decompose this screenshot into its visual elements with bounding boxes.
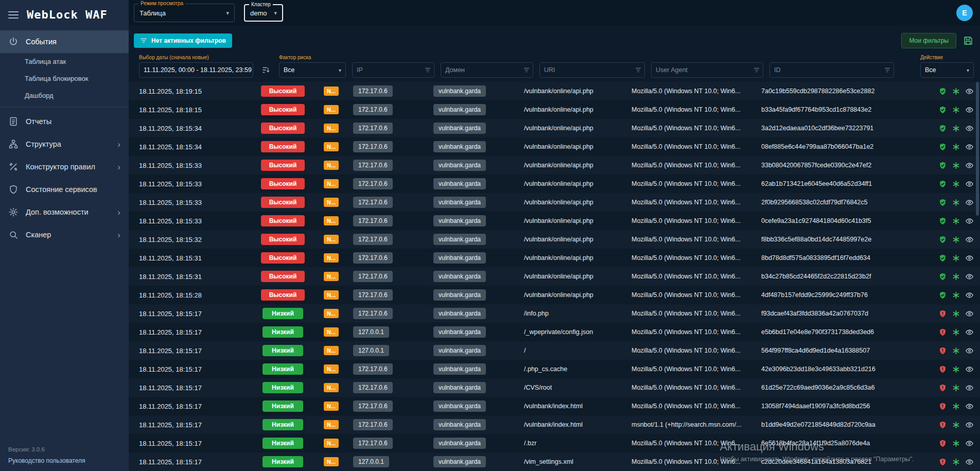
my-filters-button[interactable]: Мои фильтры <box>901 33 956 48</box>
view-details-eye-icon[interactable] <box>965 87 974 96</box>
shield-pass-icon[interactable] <box>938 87 947 96</box>
table-row[interactable]: 18.11.2025, 18:15:17 Низкий N... 172.17.… <box>129 397 980 415</box>
view-details-eye-icon[interactable] <box>965 383 974 392</box>
sort-order-button[interactable] <box>259 62 273 78</box>
add-rule-asterisk-icon[interactable] <box>952 421 960 429</box>
sidebar-item-events[interactable]: События <box>0 30 129 53</box>
shield-alert-icon[interactable] <box>938 309 947 318</box>
add-rule-asterisk-icon[interactable] <box>952 254 960 263</box>
sidebar-item-reports[interactable]: Отчеты <box>0 110 129 133</box>
shield-alert-icon[interactable] <box>938 402 947 411</box>
add-rule-asterisk-icon[interactable] <box>952 143 960 151</box>
user-avatar[interactable]: E <box>956 5 973 21</box>
add-rule-asterisk-icon[interactable] <box>952 87 960 96</box>
table-row[interactable]: 18.11.2025, 18:15:31 Высокий N... 172.17… <box>129 249 980 267</box>
add-rule-asterisk-icon[interactable] <box>952 309 960 318</box>
view-details-eye-icon[interactable] <box>965 217 974 225</box>
add-rule-asterisk-icon[interactable] <box>952 106 960 114</box>
shield-alert-icon[interactable] <box>938 346 947 355</box>
view-details-eye-icon[interactable] <box>965 458 974 466</box>
view-details-eye-icon[interactable] <box>965 291 974 300</box>
no-active-filters-button[interactable]: Нет активных фильтров <box>134 33 232 48</box>
scrollbar-thumb[interactable] <box>976 82 979 216</box>
table-row[interactable]: 18.11.2025, 18:15:33 Высокий N... 172.17… <box>129 175 980 193</box>
view-details-eye-icon[interactable] <box>965 143 974 151</box>
add-rule-asterisk-icon[interactable] <box>952 291 960 300</box>
shield-alert-icon[interactable] <box>938 439 947 448</box>
shield-pass-icon[interactable] <box>938 161 947 170</box>
shield-pass-icon[interactable] <box>938 235 947 244</box>
cluster-select[interactable]: Кластер demo ▾ <box>244 4 283 22</box>
domain-filter-input[interactable] <box>441 62 533 78</box>
user-agent-filter-input[interactable] <box>651 62 763 78</box>
table-row[interactable]: 18.11.2025, 18:19:15 Высокий N... 172.17… <box>129 82 980 100</box>
shield-pass-icon[interactable] <box>938 106 947 114</box>
table-row[interactable]: 18.11.2025, 18:15:33 Высокий N... 172.17… <box>129 156 980 175</box>
view-details-eye-icon[interactable] <box>965 272 974 281</box>
sidebar-item-structure[interactable]: Структура › <box>0 133 129 155</box>
view-details-eye-icon[interactable] <box>965 124 974 133</box>
table-row[interactable]: 18.11.2025, 18:15:28 Высокий N... 172.17… <box>129 286 980 304</box>
id-filter-input[interactable] <box>769 62 894 78</box>
view-details-eye-icon[interactable] <box>965 161 974 170</box>
shield-alert-icon[interactable] <box>938 328 947 337</box>
action-filter-select[interactable]: Все ▾ <box>920 62 974 78</box>
table-row[interactable]: 18.11.2025, 18:15:17 Низкий N... 127.0.0… <box>129 452 980 471</box>
add-rule-asterisk-icon[interactable] <box>952 383 960 392</box>
shield-pass-icon[interactable] <box>938 124 947 133</box>
view-details-eye-icon[interactable] <box>965 346 974 355</box>
add-rule-asterisk-icon[interactable] <box>952 180 960 188</box>
table-row[interactable]: 18.11.2025, 18:15:33 Высокий N... 172.17… <box>129 193 980 212</box>
view-details-eye-icon[interactable] <box>965 254 974 263</box>
table-row[interactable]: 18.11.2025, 18:15:17 Низкий N... 172.17.… <box>129 434 980 452</box>
view-details-eye-icon[interactable] <box>965 106 974 114</box>
table-row[interactable]: 18.11.2025, 18:15:17 Низкий N... 172.17.… <box>129 360 980 378</box>
shield-alert-icon[interactable] <box>938 421 947 429</box>
add-rule-asterisk-icon[interactable] <box>952 346 960 355</box>
view-details-eye-icon[interactable] <box>965 198 974 207</box>
table-row[interactable]: 18.11.2025, 18:15:33 Высокий N... 172.17… <box>129 212 980 230</box>
table-row[interactable]: 18.11.2025, 18:15:17 Низкий N... 127.0.0… <box>129 323 980 341</box>
add-rule-asterisk-icon[interactable] <box>952 124 960 133</box>
add-rule-asterisk-icon[interactable] <box>952 439 960 448</box>
shield-pass-icon[interactable] <box>938 217 947 225</box>
add-rule-asterisk-icon[interactable] <box>952 365 960 374</box>
add-rule-asterisk-icon[interactable] <box>952 198 960 207</box>
view-details-eye-icon[interactable] <box>965 402 974 411</box>
view-details-eye-icon[interactable] <box>965 180 974 188</box>
uri-filter-input[interactable] <box>539 62 645 78</box>
table-row[interactable]: 18.11.2025, 18:15:32 Высокий N... 172.17… <box>129 230 980 249</box>
view-details-eye-icon[interactable] <box>965 365 974 374</box>
sidebar-item-services-state[interactable]: Состояние сервисов <box>0 178 129 201</box>
menu-icon[interactable] <box>8 11 19 19</box>
add-rule-asterisk-icon[interactable] <box>952 217 960 225</box>
table-row[interactable]: 18.11.2025, 18:15:17 Низкий N... 172.17.… <box>129 415 980 434</box>
view-details-eye-icon[interactable] <box>965 421 974 429</box>
table-row[interactable]: 18.11.2025, 18:15:17 Низкий N... 127.0.0… <box>129 341 980 360</box>
view-details-eye-icon[interactable] <box>965 235 974 244</box>
shield-alert-icon[interactable] <box>938 458 947 466</box>
view-details-eye-icon[interactable] <box>965 328 974 337</box>
shield-pass-icon[interactable] <box>938 198 947 207</box>
risk-filter-select[interactable]: Все ▾ <box>279 62 346 78</box>
sidebar-item-blocks-table[interactable]: Таблица блокировок <box>0 70 129 87</box>
table-row[interactable]: 18.11.2025, 18:15:34 Высокий N... 172.17… <box>129 119 980 137</box>
sidebar-item-scanner[interactable]: Сканер › <box>0 223 129 246</box>
shield-pass-icon[interactable] <box>938 254 947 263</box>
add-rule-asterisk-icon[interactable] <box>952 235 960 244</box>
shield-pass-icon[interactable] <box>938 180 947 188</box>
add-rule-asterisk-icon[interactable] <box>952 402 960 411</box>
shield-pass-icon[interactable] <box>938 272 947 281</box>
shield-pass-icon[interactable] <box>938 143 947 151</box>
shield-pass-icon[interactable] <box>938 291 947 300</box>
shield-alert-icon[interactable] <box>938 365 947 374</box>
user-guide-link[interactable]: Руководство пользователя <box>8 457 85 464</box>
sidebar-item-extras[interactable]: Доп. возможности › <box>0 201 129 223</box>
add-rule-asterisk-icon[interactable] <box>952 161 960 170</box>
table-row[interactable]: 18.11.2025, 18:15:34 Высокий N... 172.17… <box>129 137 980 156</box>
sidebar-item-attacks-table[interactable]: Таблица атак <box>0 53 129 70</box>
shield-alert-icon[interactable] <box>938 383 947 392</box>
ip-filter-input[interactable] <box>352 62 434 78</box>
table-row[interactable]: 18.11.2025, 18:15:17 Низкий N... 172.17.… <box>129 378 980 397</box>
sidebar-item-dashboard[interactable]: Дашборд <box>0 87 129 107</box>
